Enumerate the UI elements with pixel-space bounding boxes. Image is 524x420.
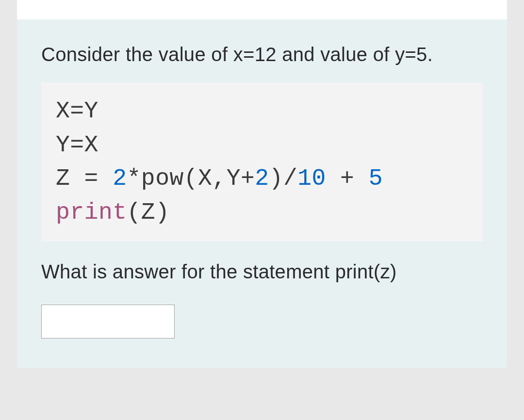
code-number: 5 bbox=[369, 165, 383, 192]
code-text: (Z) bbox=[127, 199, 170, 226]
question-panel: Consider the value of x=12 and value of … bbox=[17, 19, 507, 368]
code-number: 10 bbox=[297, 165, 326, 192]
code-text: *pow(X,Y+ bbox=[127, 165, 255, 192]
answer-prompt: What is answer for the statement print(z… bbox=[41, 261, 483, 283]
question-prompt: Consider the value of x=12 and value of … bbox=[41, 44, 483, 65]
code-text: + bbox=[326, 165, 369, 192]
code-line-4: print(Z) bbox=[56, 196, 468, 230]
code-line-3: Z = 2*pow(X,Y+2)/10 + 5 bbox=[56, 162, 468, 196]
answer-input[interactable] bbox=[41, 305, 175, 339]
code-line-1: X=Y bbox=[56, 95, 468, 129]
code-function: print bbox=[56, 199, 127, 226]
code-text: )/ bbox=[269, 165, 298, 192]
code-text: Z = bbox=[56, 165, 113, 192]
top-blank-area bbox=[17, 0, 507, 19]
code-number: 2 bbox=[255, 165, 269, 192]
code-line-2: Y=X bbox=[56, 129, 468, 162]
code-number: 2 bbox=[113, 165, 127, 192]
code-block: X=Y Y=X Z = 2*pow(X,Y+2)/10 + 5 print(Z) bbox=[41, 82, 483, 242]
